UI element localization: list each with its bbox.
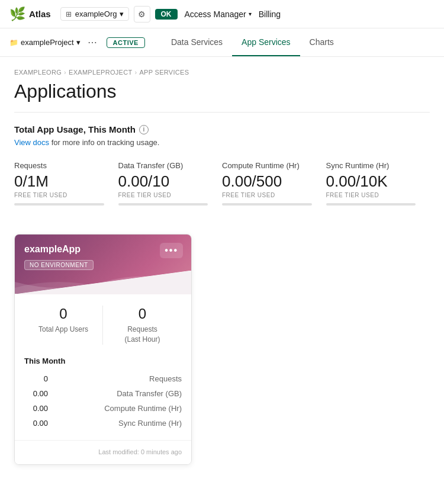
- metric-compute-label: Compute Runtime (Hr): [222, 161, 312, 170]
- this-month-compute-value: 0.00: [24, 404, 48, 413]
- stat-total-users: 0 Total App Users: [24, 306, 103, 345]
- info-icon[interactable]: i: [139, 125, 149, 134]
- atlas-logo: 🌿 Atlas: [9, 7, 51, 22]
- status-badge: OK: [155, 9, 178, 20]
- metric-data-transfer-value: 0.00/10: [118, 172, 208, 191]
- this-month-row-requests: 0 Requests: [24, 371, 182, 386]
- main-content: EXAMPLEORG › EXAMPLEPROJECT › APP SERVIC…: [0, 57, 444, 477]
- app-name: exampleApp: [24, 244, 182, 255]
- metric-compute-bar: [222, 203, 312, 206]
- top-nav: 🌿 Atlas ⊞ exampleOrg ⚙ OK Access Manager…: [0, 0, 444, 28]
- project-menu-button[interactable]: ⋯: [85, 36, 99, 49]
- atlas-logo-text: Atlas: [29, 9, 51, 19]
- this-month-row-data-transfer: 0.00 Data Transfer (GB): [24, 386, 182, 401]
- app-card-body: 0 Total App Users 0 Requests(Last Hour) …: [15, 294, 191, 464]
- view-docs-link[interactable]: View docs: [14, 138, 49, 147]
- project-chevron-icon: [76, 38, 81, 47]
- metric-requests-value: 0/1M: [14, 172, 104, 191]
- metric-sync-value: 0.00/10K: [326, 172, 416, 191]
- this-month-sync-value: 0.00: [24, 419, 48, 428]
- this-month-sync-label: Sync Runtime (Hr): [118, 419, 182, 428]
- atlas-leaf-icon: 🌿: [9, 7, 25, 22]
- last-modified-text: Last modified: 0 minutes ago: [98, 448, 182, 455]
- breadcrumb-project[interactable]: EXAMPLEPROJECT: [69, 69, 133, 76]
- secondary-nav: 📁 exampleProject ⋯ ACTIVE Data Services …: [0, 28, 444, 57]
- secondary-nav-links: Data Services App Services Charts: [162, 29, 343, 56]
- project-name: exampleProject: [21, 38, 74, 47]
- this-month-row-compute: 0.00 Compute Runtime (Hr): [24, 401, 182, 416]
- this-month-data-transfer-label: Data Transfer (GB): [117, 389, 182, 398]
- app-stats: 0 Total App Users 0 Requests(Last Hour): [15, 294, 191, 352]
- view-docs-text: View docs for more info on tracking usag…: [14, 138, 430, 147]
- breadcrumb-sep-1: ›: [64, 69, 66, 76]
- breadcrumb-org[interactable]: EXAMPLEORG: [14, 69, 62, 76]
- breadcrumb: EXAMPLEORG › EXAMPLEPROJECT › APP SERVIC…: [14, 69, 430, 76]
- this-month-requests-label: Requests: [149, 374, 182, 383]
- metric-sync: Sync Runtime (Hr) 0.00/10K FREE TIER USE…: [326, 161, 430, 215]
- access-manager-label: Access Manager: [185, 9, 246, 19]
- data-services-tab[interactable]: Data Services: [162, 29, 232, 56]
- charts-tab[interactable]: Charts: [300, 29, 343, 56]
- card-wave-decoration: [15, 270, 191, 294]
- env-badge: NO ENVIRONMENT: [24, 260, 94, 270]
- stat-users-value: 0: [24, 306, 102, 322]
- metric-requests: Requests 0/1M FREE TIER USED: [14, 161, 118, 215]
- stat-requests-label: Requests(Last Hour): [103, 325, 182, 345]
- metrics-grid: Requests 0/1M FREE TIER USED Data Transf…: [14, 161, 430, 215]
- app-card-exampleapp: ••• exampleApp NO ENVIRONMENT 0 Total Ap…: [14, 234, 192, 465]
- metric-data-transfer-sub: FREE TIER USED: [118, 192, 208, 198]
- metric-sync-label: Sync Runtime (Hr): [326, 161, 416, 170]
- metric-compute-sub: FREE TIER USED: [222, 192, 312, 198]
- metric-data-transfer-bar: [118, 203, 208, 206]
- this-month-title: This Month: [24, 357, 182, 365]
- view-docs-suffix: for more info on tracking usage.: [52, 138, 160, 147]
- card-footer: Last modified: 0 minutes ago: [15, 440, 191, 464]
- stat-requests-last-hour: 0 Requests(Last Hour): [103, 306, 182, 345]
- org-selector[interactable]: ⊞ exampleOrg: [60, 7, 129, 21]
- metric-data-transfer-label: Data Transfer (GB): [118, 161, 208, 170]
- usage-header: Total App Usage, This Month i: [14, 124, 430, 134]
- usage-heading: Total App Usage, This Month: [14, 124, 136, 134]
- app-services-tab[interactable]: App Services: [232, 29, 300, 56]
- breadcrumb-current: APP SERVICES: [139, 69, 189, 76]
- project-selector[interactable]: 📁 exampleProject: [9, 38, 81, 47]
- app-card-header: ••• exampleApp NO ENVIRONMENT: [15, 235, 191, 294]
- billing-link[interactable]: Billing: [259, 9, 281, 19]
- this-month-row-sync: 0.00 Sync Runtime (Hr): [24, 416, 182, 431]
- this-month-compute-label: Compute Runtime (Hr): [104, 404, 182, 413]
- access-manager-link[interactable]: Access Manager ▾: [185, 9, 252, 19]
- stat-users-label: Total App Users: [24, 325, 102, 335]
- stat-requests-value: 0: [103, 306, 182, 322]
- this-month-section: This Month 0 Requests 0.00 Data Transfer…: [15, 352, 191, 440]
- app-more-button[interactable]: •••: [160, 243, 183, 258]
- page-title: Applications: [14, 81, 430, 102]
- this-month-data-transfer-value: 0.00: [24, 389, 48, 398]
- title-divider: [14, 112, 430, 113]
- metric-data-transfer: Data Transfer (GB) 0.00/10 FREE TIER USE…: [118, 161, 223, 215]
- metric-requests-bar: [14, 203, 104, 206]
- org-name: exampleOrg: [75, 9, 117, 18]
- metric-compute: Compute Runtime (Hr) 0.00/500 FREE TIER …: [222, 161, 326, 215]
- project-folder-icon: 📁: [9, 38, 18, 47]
- settings-button[interactable]: ⚙: [134, 6, 150, 23]
- org-chevron-icon: [120, 9, 124, 18]
- metric-compute-value: 0.00/500: [222, 172, 312, 191]
- org-grid-icon: ⊞: [66, 10, 72, 18]
- metric-sync-sub: FREE TIER USED: [326, 192, 416, 198]
- metric-sync-bar: [326, 203, 416, 206]
- metric-requests-label: Requests: [14, 161, 104, 170]
- gear-icon: ⚙: [138, 9, 146, 19]
- metric-requests-sub: FREE TIER USED: [14, 192, 104, 198]
- breadcrumb-sep-2: ›: [135, 69, 137, 76]
- active-badge: ACTIVE: [107, 37, 145, 48]
- access-manager-chevron-icon: ▾: [249, 11, 252, 17]
- this-month-requests-value: 0: [24, 374, 48, 383]
